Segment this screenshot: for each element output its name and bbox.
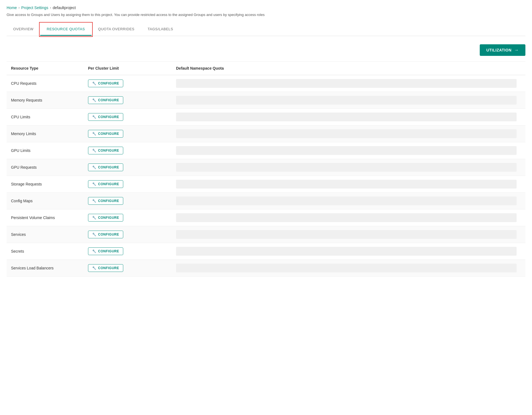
configure-button[interactable]: 🔧 CONFIGURE <box>88 264 123 272</box>
configure-label: CONFIGURE <box>98 266 119 270</box>
default-namespace-quota-cell <box>176 96 517 105</box>
wrench-icon: 🔧 <box>92 199 97 203</box>
resource-table: Resource Type Per Cluster Limit Default … <box>7 62 525 277</box>
configure-label: CONFIGURE <box>98 199 119 203</box>
configure-label: CONFIGURE <box>98 98 119 102</box>
resource-name: Config Maps <box>11 199 88 203</box>
per-cluster-cell: 🔧 CONFIGURE <box>88 231 176 238</box>
content-area: UTILIZATION → Resource Type Per Cluster … <box>7 36 525 282</box>
tabs-container: OVERVIEW RESOURCE QUOTAS QUOTA OVERRIDES… <box>7 23 525 36</box>
configure-button[interactable]: 🔧 CONFIGURE <box>88 113 123 121</box>
configure-label: CONFIGURE <box>98 115 119 119</box>
table-row: Services Load Balancers 🔧 CONFIGURE <box>7 260 525 277</box>
configure-button[interactable]: 🔧 CONFIGURE <box>88 80 123 87</box>
table-row: Storage Requests 🔧 CONFIGURE <box>7 176 525 193</box>
resource-name: Services Load Balancers <box>11 266 88 270</box>
breadcrumb-current: defaultproject <box>53 6 76 10</box>
table-row: Services 🔧 CONFIGURE <box>7 226 525 243</box>
resource-name: Storage Requests <box>11 182 88 186</box>
wrench-icon: 🔧 <box>92 249 97 253</box>
resource-name: Persistent Volume Claims <box>11 215 88 220</box>
resource-name: CPU Limits <box>11 115 88 119</box>
wrench-icon: 🔧 <box>92 233 97 236</box>
table-row: Secrets 🔧 CONFIGURE <box>7 243 525 260</box>
per-cluster-cell: 🔧 CONFIGURE <box>88 180 176 188</box>
configure-label: CONFIGURE <box>98 132 119 136</box>
default-namespace-quota-cell <box>176 79 517 88</box>
configure-label: CONFIGURE <box>98 182 119 186</box>
wrench-icon: 🔧 <box>92 149 97 152</box>
configure-button[interactable]: 🔧 CONFIGURE <box>88 130 123 138</box>
table-row: Persistent Volume Claims 🔧 CONFIGURE <box>7 209 525 226</box>
resource-name: GPU Requests <box>11 165 88 170</box>
per-cluster-cell: 🔧 CONFIGURE <box>88 113 176 121</box>
per-cluster-cell: 🔧 CONFIGURE <box>88 264 176 272</box>
table-row: CPU Requests 🔧 CONFIGURE <box>7 75 525 92</box>
configure-label: CONFIGURE <box>98 249 119 253</box>
page-description: Give access to Groups and Users by assig… <box>7 12 525 18</box>
default-namespace-quota-cell <box>176 146 517 155</box>
default-namespace-quota-cell <box>176 163 517 172</box>
per-cluster-cell: 🔧 CONFIGURE <box>88 163 176 171</box>
breadcrumb-home[interactable]: Home <box>7 6 17 10</box>
default-namespace-quota-cell <box>176 230 517 239</box>
configure-label: CONFIGURE <box>98 233 119 236</box>
configure-label: CONFIGURE <box>98 81 119 85</box>
per-cluster-cell: 🔧 CONFIGURE <box>88 247 176 255</box>
table-row: CPU Limits 🔧 CONFIGURE <box>7 109 525 125</box>
arrow-icon: → <box>514 48 519 53</box>
default-namespace-quota-cell <box>176 196 517 205</box>
configure-label: CONFIGURE <box>98 149 119 152</box>
tab-resource-quotas[interactable]: RESOURCE QUOTAS <box>40 23 92 36</box>
wrench-icon: 🔧 <box>92 81 97 85</box>
tab-tags-labels[interactable]: TAGS/LABELS <box>141 23 180 36</box>
per-cluster-cell: 🔧 CONFIGURE <box>88 80 176 87</box>
wrench-icon: 🔧 <box>92 266 97 270</box>
configure-button[interactable]: 🔧 CONFIGURE <box>88 147 123 154</box>
per-cluster-cell: 🔧 CONFIGURE <box>88 96 176 104</box>
per-cluster-cell: 🔧 CONFIGURE <box>88 214 176 222</box>
tab-quota-overrides[interactable]: QUOTA OVERRIDES <box>92 23 141 36</box>
resource-name: Memory Requests <box>11 98 88 102</box>
page-wrapper: Home › Project Settings › defaultproject… <box>0 0 532 415</box>
configure-button[interactable]: 🔧 CONFIGURE <box>88 197 123 205</box>
breadcrumb-project-settings[interactable]: Project Settings <box>21 6 48 10</box>
per-cluster-cell: 🔧 CONFIGURE <box>88 130 176 138</box>
configure-label: CONFIGURE <box>98 216 119 220</box>
configure-button[interactable]: 🔧 CONFIGURE <box>88 96 123 104</box>
col-per-cluster-limit: Per Cluster Limit <box>88 66 176 70</box>
table-header: Resource Type Per Cluster Limit Default … <box>7 62 525 75</box>
configure-button[interactable]: 🔧 CONFIGURE <box>88 163 123 171</box>
configure-button[interactable]: 🔧 CONFIGURE <box>88 214 123 222</box>
resource-name: Secrets <box>11 249 88 253</box>
configure-button[interactable]: 🔧 CONFIGURE <box>88 180 123 188</box>
wrench-icon: 🔧 <box>92 165 97 169</box>
wrench-icon: 🔧 <box>92 216 97 220</box>
utilization-bar: UTILIZATION → <box>7 42 525 62</box>
wrench-icon: 🔧 <box>92 98 97 102</box>
default-namespace-quota-cell <box>176 180 517 189</box>
configure-button[interactable]: 🔧 CONFIGURE <box>88 247 123 255</box>
configure-button[interactable]: 🔧 CONFIGURE <box>88 231 123 238</box>
table-row: GPU Requests 🔧 CONFIGURE <box>7 159 525 176</box>
breadcrumb: Home › Project Settings › defaultproject <box>7 6 525 10</box>
utilization-label: UTILIZATION <box>486 48 512 52</box>
default-namespace-quota-cell <box>176 113 517 121</box>
wrench-icon: 🔧 <box>92 182 97 186</box>
default-namespace-quota-cell <box>176 264 517 272</box>
per-cluster-cell: 🔧 CONFIGURE <box>88 197 176 205</box>
per-cluster-cell: 🔧 CONFIGURE <box>88 147 176 154</box>
table-row: Config Maps 🔧 CONFIGURE <box>7 193 525 209</box>
table-row: Memory Limits 🔧 CONFIGURE <box>7 125 525 142</box>
resource-name: Memory Limits <box>11 132 88 136</box>
wrench-icon: 🔧 <box>92 132 97 136</box>
resource-name: Services <box>11 232 88 237</box>
resource-name: GPU Limits <box>11 148 88 153</box>
default-namespace-quota-cell <box>176 129 517 138</box>
tab-overview[interactable]: OVERVIEW <box>7 23 40 36</box>
col-resource-type: Resource Type <box>11 66 88 70</box>
col-default-namespace-quota: Default Namespace Quota <box>176 66 521 70</box>
utilization-button[interactable]: UTILIZATION → <box>480 44 525 56</box>
table-row: GPU Limits 🔧 CONFIGURE <box>7 142 525 159</box>
default-namespace-quota-cell <box>176 247 517 256</box>
